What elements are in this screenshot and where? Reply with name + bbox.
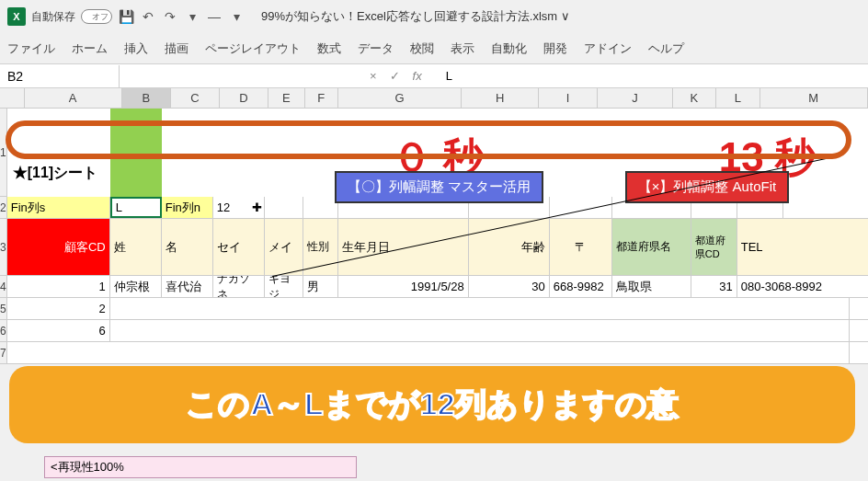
cell-m2[interactable] (783, 197, 868, 218)
cell-e4[interactable]: キヨジ (265, 276, 303, 297)
cell-l4[interactable]: 080-3068-8992 (737, 276, 868, 297)
grid: ★[11]シート ０ 秒 13 秒 【〇】列幅調整 マスター活用 【×】列幅調整… (7, 109, 868, 364)
col-header-m[interactable]: M (760, 88, 868, 108)
header-mei[interactable]: メイ (265, 219, 303, 275)
col-header-f[interactable]: F (305, 88, 338, 108)
header-sei[interactable]: セイ (213, 219, 265, 275)
qat-dash-icon[interactable]: — (206, 8, 223, 25)
cell-e2[interactable] (265, 197, 303, 218)
row-7 (7, 342, 868, 364)
row-header-2[interactable]: 2 (0, 197, 7, 219)
autosave-label: 自動保存 (31, 9, 75, 25)
col-header-j[interactable]: J (598, 88, 673, 108)
row-header-3[interactable]: 3 (0, 219, 7, 276)
tab-formulas[interactable]: 数式 (317, 40, 341, 57)
formula-value[interactable]: L (442, 69, 456, 83)
header-postal[interactable]: 〒 (550, 219, 612, 275)
cell-g4[interactable]: 1991/5/28 (338, 276, 469, 297)
cancel-icon[interactable]: × (366, 69, 381, 83)
ribbon-tabs: ファイル ホーム 挿入 描画 ページレイアウト 数式 データ 校閲 表示 自動化… (0, 33, 868, 64)
pink-box[interactable]: <再現性100% (44, 456, 357, 478)
header-prefecture[interactable]: 都道府県名 (612, 219, 691, 275)
green-cell-b1[interactable] (110, 109, 162, 197)
col-header-a[interactable]: A (25, 88, 122, 108)
button-autofit[interactable]: 【×】列幅調整 AutoFit (625, 171, 789, 203)
header-name[interactable]: 名 (162, 219, 213, 275)
excel-app-icon: X (7, 7, 26, 26)
tab-addin[interactable]: アドイン (584, 40, 632, 57)
tab-view[interactable]: 表示 (451, 40, 474, 57)
cell-b4[interactable]: 仲宗根 (110, 276, 162, 297)
fx-icon[interactable]: fx (409, 69, 426, 83)
header-tel[interactable]: TEL (737, 219, 868, 275)
redo-icon[interactable]: ↷ (162, 8, 178, 25)
titlebar: X 自動保存 オフ 💾 ↶ ↷ ▾ — ▾ 99%が知らない！Excel応答なし… (0, 0, 868, 33)
row-1: ★[11]シート ０ 秒 13 秒 【〇】列幅調整 マスター活用 【×】列幅調整… (7, 109, 868, 197)
header-gender[interactable]: 性別 (303, 219, 338, 275)
col-header-l[interactable]: L (716, 88, 760, 108)
autosave-toggle[interactable]: オフ (81, 9, 112, 24)
row-header-1[interactable]: 1 (0, 109, 7, 197)
col-header-h[interactable]: H (462, 88, 538, 108)
cell-rest5[interactable] (110, 298, 850, 319)
tab-data[interactable]: データ (358, 40, 394, 57)
cell-a6[interactable]: 6 (7, 320, 110, 341)
header-customer-cd[interactable]: 顧客CD (7, 219, 110, 275)
header-age[interactable]: 年齢 (469, 219, 550, 275)
tab-page-layout[interactable]: ページレイアウト (205, 40, 301, 57)
tab-file[interactable]: ファイル (7, 40, 55, 57)
column-headers: A B C D E F G H I J K L M (0, 88, 868, 109)
confirm-icon[interactable]: ✓ (386, 69, 404, 83)
row-header-7[interactable]: 7 (0, 342, 7, 364)
select-all-corner[interactable] (0, 88, 25, 108)
button-master[interactable]: 【〇】列幅調整 マスター活用 (335, 171, 543, 203)
row-header-5[interactable]: 5 (0, 298, 7, 320)
tab-review[interactable]: 校閲 (410, 40, 434, 57)
cell-b2[interactable]: L (110, 197, 162, 218)
col-header-e[interactable]: E (268, 88, 305, 108)
cell-f4[interactable]: 男 (303, 276, 338, 297)
cell-c4[interactable]: 喜代治 (162, 276, 213, 297)
header-surname[interactable]: 姓 (110, 219, 162, 275)
cell-a4[interactable]: 1 (7, 276, 110, 297)
col-header-i[interactable]: I (539, 88, 598, 108)
cell-h4[interactable]: 30 (469, 276, 550, 297)
name-box[interactable]: B2 (0, 65, 120, 87)
col-header-d[interactable]: D (220, 88, 268, 108)
row-5: 2 (7, 298, 868, 320)
undo-icon[interactable]: ↶ (140, 8, 156, 25)
cell-a5[interactable]: 2 (7, 298, 110, 319)
cell-c2[interactable]: Fin列n (162, 197, 213, 218)
cell-a2[interactable]: Fin列s (7, 197, 110, 218)
qat-icon[interactable]: ▾ (184, 8, 200, 25)
row-6: 6 (7, 320, 868, 342)
tab-insert[interactable]: 挿入 (124, 40, 148, 57)
cursor-icon: ✚ (252, 200, 262, 214)
tab-home[interactable]: ホーム (72, 40, 108, 57)
col-header-g[interactable]: G (338, 88, 463, 108)
col-header-b[interactable]: B (122, 88, 171, 108)
cell-d2[interactable]: 12✚ (213, 197, 265, 218)
tab-developer[interactable]: 開発 (543, 40, 567, 57)
qat-more-icon[interactable]: ▾ (228, 8, 245, 25)
cell-row7[interactable] (7, 342, 850, 363)
filename[interactable]: 99%が知らない！Excel応答なし回避する設計方法.xlsm ∨ (261, 8, 570, 25)
row-3: 顧客CD 姓 名 セイ メイ 性別 生年月日 年齢 〒 都道府県名 都道府県CD… (7, 219, 868, 276)
row-header-6[interactable]: 6 (0, 320, 7, 342)
tab-automate[interactable]: 自動化 (491, 40, 527, 57)
tab-draw[interactable]: 描画 (165, 40, 188, 57)
header-pref-cd[interactable]: 都道府県CD (691, 219, 737, 275)
col-header-k[interactable]: K (673, 88, 716, 108)
cell-f2[interactable] (303, 197, 338, 218)
cell-k4[interactable]: 31 (691, 276, 737, 297)
cell-d4[interactable]: ナカソネ (213, 276, 265, 297)
cell-rest6[interactable] (110, 320, 850, 341)
col-header-c[interactable]: C (171, 88, 220, 108)
save-icon[interactable]: 💾 (118, 8, 134, 25)
sheet-title: ★[11]シート (13, 164, 97, 183)
row-header-4[interactable]: 4 (0, 276, 7, 298)
caption-text: このA～Lまでが12列ありますの意 (186, 384, 678, 426)
cell-i4[interactable]: 668-9982 (550, 276, 612, 297)
cell-j4[interactable]: 鳥取県 (612, 276, 691, 297)
tab-help[interactable]: ヘルプ (648, 40, 684, 57)
